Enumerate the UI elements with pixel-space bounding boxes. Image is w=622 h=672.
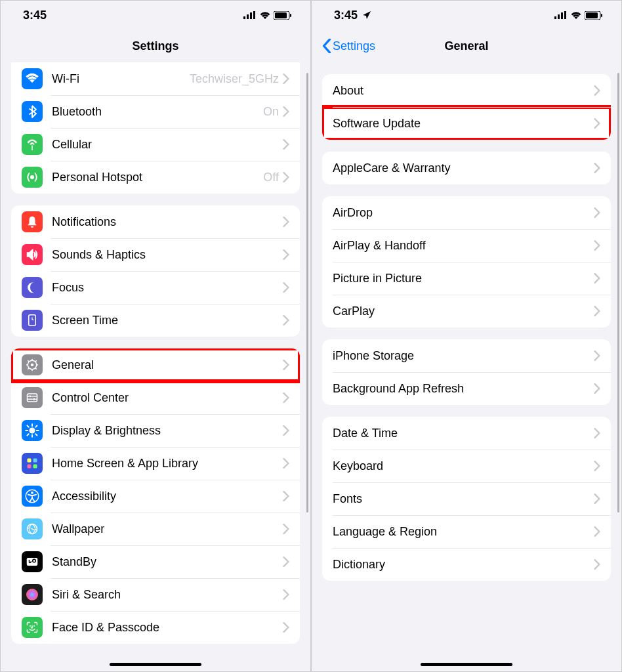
row-label: Wallpaper [52,522,283,536]
chevron-right-icon [283,106,289,117]
svg-rect-0 [243,16,245,19]
settings-group: Notifications Sounds & Haptics Focus Scr… [11,205,300,337]
homescreen-icon [22,453,43,474]
general-row-software-update[interactable]: Software Update [322,107,611,140]
settings-row-general[interactable]: General [11,348,300,381]
wifi-icon [22,68,43,89]
chevron-right-icon [283,392,289,403]
chevron-right-icon [594,350,600,361]
settings-row-control-center[interactable]: Control Center [11,381,300,414]
general-row-airplay-handoff[interactable]: AirPlay & Handoff [322,229,611,262]
svg-point-14 [33,398,35,400]
row-label: Wi-Fi [52,72,190,86]
svg-rect-2 [250,12,252,19]
page-title: Settings [132,39,178,53]
svg-rect-6 [290,14,291,17]
row-label: Focus [52,281,283,295]
general-group: AppleCare & Warranty [322,152,611,184]
row-label: Date & Time [333,427,594,440]
general-row-date-time[interactable]: Date & Time [322,417,611,450]
row-label: About [333,84,594,98]
chevron-right-icon [594,526,600,537]
chevron-right-icon [283,491,289,501]
chevron-right-icon [594,428,600,438]
general-row-iphone-storage[interactable]: iPhone Storage [322,339,611,372]
general-row-carplay[interactable]: CarPlay [322,295,611,327]
chevron-right-icon [283,425,289,436]
row-label: Home Screen & App Library [52,457,283,471]
settings-row-siri-search[interactable]: Siri & Search [11,578,300,611]
row-label: Notifications [52,215,283,229]
row-label: Screen Time [52,314,283,327]
row-label: Software Update [333,117,594,131]
general-row-applecare-warranty[interactable]: AppleCare & Warranty [322,152,611,184]
signal-icon [243,11,257,19]
svg-rect-3 [253,11,255,19]
general-scroll[interactable]: About Software Update AppleCare & Warran… [312,62,621,672]
chevron-right-icon [283,172,289,182]
scrollbar[interactable] [306,73,308,513]
general-row-airdrop[interactable]: AirDrop [322,196,611,229]
settings-row-accessibility[interactable]: Accessibility [11,480,300,513]
svg-point-27 [33,625,35,627]
settings-row-wi-fi[interactable]: Wi-Fi Techwiser_5GHz [11,62,300,95]
settings-row-display-brightness[interactable]: Display & Brightness [11,414,300,447]
row-label: Fonts [333,492,594,506]
home-indicator[interactable] [110,663,201,666]
settings-row-home-screen-app-library[interactable]: Home Screen & App Library [11,447,300,480]
general-row-keyboard[interactable]: Keyboard [322,450,611,482]
general-group: AirDrop AirPlay & Handoff Picture in Pic… [322,196,611,327]
page-title: General [444,39,488,53]
general-icon [22,354,43,375]
settings-row-notifications[interactable]: Notifications [11,205,300,238]
chevron-right-icon [594,85,600,96]
svg-point-21 [31,492,33,494]
chevron-right-icon [283,556,289,567]
settings-row-bluetooth[interactable]: Bluetooth On [11,95,300,128]
settings-row-focus[interactable]: Focus [11,271,300,304]
chevron-right-icon [283,282,289,293]
row-label: CarPlay [333,304,594,318]
row-label: AppleCare & Warranty [333,161,594,175]
settings-row-wallpaper[interactable]: Wallpaper [11,513,300,545]
row-value: On [263,105,279,119]
row-label: Keyboard [333,459,594,473]
chevron-right-icon [594,306,600,316]
chevron-right-icon [283,360,289,370]
wallpaper-icon [22,518,43,539]
row-label: iPhone Storage [333,349,594,363]
svg-rect-1 [247,14,249,19]
svg-rect-23 [27,558,38,566]
settings-scroll[interactable]: Wi-Fi Techwiser_5GHz Bluetooth On Cellul… [1,62,310,672]
settings-row-personal-hotspot[interactable]: Personal Hotspot Off [11,161,300,194]
bluetooth-icon [22,101,43,122]
chevron-right-icon [283,589,289,600]
status-indicators [243,11,292,20]
chevron-left-icon [322,39,331,53]
settings-row-cellular[interactable]: Cellular [11,128,300,161]
scrollbar[interactable] [617,73,619,513]
row-label: Personal Hotspot [52,171,263,184]
general-row-fonts[interactable]: Fonts [322,482,611,515]
chevron-right-icon [594,273,600,284]
settings-row-screen-time[interactable]: Screen Time [11,304,300,337]
chevron-right-icon [594,207,600,218]
general-row-background-app-refresh[interactable]: Background App Refresh [322,372,611,405]
row-label: Background App Refresh [333,382,594,396]
chevron-right-icon [283,458,289,469]
settings-row-sounds-haptics[interactable]: Sounds & Haptics [11,238,300,271]
chevron-right-icon [594,240,600,251]
general-row-picture-in-picture[interactable]: Picture in Picture [322,262,611,295]
chevron-right-icon [283,524,289,534]
svg-rect-18 [28,465,31,469]
chevron-right-icon [283,217,289,227]
chevron-right-icon [283,249,289,260]
settings-row-face-id-passcode[interactable]: Face ID & Passcode [11,611,300,644]
back-button[interactable]: Settings [322,39,375,53]
general-row-about[interactable]: About [322,74,611,107]
general-row-dictionary[interactable]: Dictionary [322,548,611,581]
home-indicator[interactable] [421,663,512,666]
screenshot-general: 3:45 Settings General About Software Upd… [311,0,622,672]
settings-row-standby[interactable]: StandBy [11,545,300,578]
general-row-language-region[interactable]: Language & Region [322,515,611,548]
